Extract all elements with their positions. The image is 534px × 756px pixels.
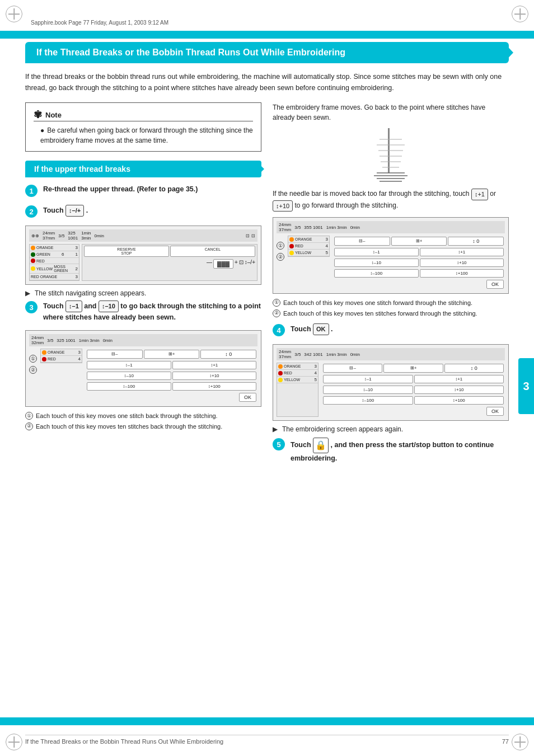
step-2-number: 2	[25, 205, 38, 218]
screen-top-bar-2: 24mm32mm 3/5 325 1001 1min 3min 0min	[29, 334, 257, 346]
circle-2-fwd: ②	[273, 309, 280, 317]
screen-left-panel-3: ORANGE 3 RED 4 YELLOW	[288, 236, 330, 257]
note-text: Be careful when going back or forward th…	[34, 125, 253, 145]
step-4-number: 4	[273, 324, 285, 336]
minus10-btn: ↕–10	[87, 372, 171, 380]
annotation-fwd-1: ① Each touch of this key moves one stitc…	[273, 298, 509, 308]
two-column-layout: ✾ Note Be careful when going back or for…	[25, 102, 509, 472]
screen-btn-grid-3: ⊟– ⊞+ ↕ 0 ↕–1 ↕+1 ↕–10 ↕+10	[333, 236, 505, 290]
plus100-btn: ↕+100	[172, 382, 257, 391]
intro-text: If the thread breaks or the bobbin threa…	[25, 71, 509, 93]
note-label: Note	[45, 111, 62, 119]
minus1-btn: ↕–1	[87, 361, 171, 369]
frame-text: The embroidery frame moves. Go back to t…	[273, 102, 509, 123]
color-swatch-red	[31, 259, 35, 263]
annotation-back-1: ① Each touch of this key moves one stitc…	[25, 411, 261, 421]
minus-10-button: ↕–10	[99, 300, 119, 312]
embroidering-text: The embroidering screen appears again.	[282, 425, 403, 433]
step-4: 4 Touch OK .	[273, 323, 509, 336]
annotation-fwd-2: ② Each touch of this key moves ten stitc…	[273, 309, 509, 318]
ok-btn-2: OK	[239, 393, 256, 402]
ok-button: OK	[313, 323, 329, 335]
color-row-yellow: YELLOW MOSSGREEN 2	[30, 264, 79, 274]
note-icon: ✾	[34, 109, 42, 121]
screen-top-bar-4: 24mm37mm 3/5 342 1001 1min 3min 0min	[277, 348, 505, 360]
color-row-orange: ORANGE 3	[30, 245, 79, 251]
footer-text: If the Thread Breaks or the Bobbin Threa…	[25, 738, 223, 745]
rpm-display: ▓▓▓	[213, 259, 233, 269]
ok-btn-4: OK	[486, 407, 504, 416]
note-divider	[34, 121, 253, 121]
screen-left-panel-2: ORANGE 3 RED 4	[40, 349, 82, 363]
lock-icon: 🔒	[313, 438, 329, 453]
section-title: If the upper thread breaks	[34, 165, 130, 173]
annotation-back-1-text: Each touch of this key moves one stitch …	[36, 411, 218, 421]
step-2-text: Touch ↕–/+ .	[43, 205, 88, 217]
plus1-btn: ↕+1	[172, 361, 257, 369]
corner-tr	[512, 6, 528, 22]
section-header-upper-thread: If the upper thread breaks	[25, 161, 261, 177]
stitch-nav-appears: ▶ The stitch navigating screen appears.	[25, 289, 261, 297]
step-5-number: 5	[273, 438, 285, 450]
footer-page: 77	[502, 738, 509, 745]
minus-plus-button: ↕–/+	[65, 205, 84, 217]
reserve-stop-btn: RESERVESTOP	[84, 246, 169, 257]
screen-mockup-4: 24mm37mm 3/5 342 1001 1min 3min 0min ORA…	[273, 344, 509, 421]
embroidering-screen-text: ▶ The embroidering screen appears again.	[273, 425, 509, 433]
note-header: ✾ Note	[34, 109, 253, 121]
annotation-fwd-1-text: Each touch of this key moves one stitch …	[283, 298, 472, 308]
screen-body-3: ① ② ORANGE 3 RED	[277, 236, 505, 290]
footer: If the Thread Breaks or the Bobbin Threa…	[25, 735, 509, 745]
circle-2-right: ②	[277, 253, 284, 261]
chapter-number: 3	[523, 380, 529, 393]
chapter-tab: 3	[518, 358, 534, 414]
step-5-text: Touch 🔒 , and then press the start/stop …	[291, 438, 509, 464]
main-content: If the Thread Breaks or the Bobbin Threa…	[25, 42, 509, 728]
step-5: 5 Touch 🔒 , and then press the start/sto…	[273, 438, 509, 464]
corner-tl	[6, 6, 22, 22]
screen-mockup-3: 24mm37mm 3/5 355 1001 1min 3min 0min ① ②	[273, 217, 509, 294]
minus-1-button: ↕–1	[65, 300, 82, 312]
screen-left-panel-1: ORANGE 3 GREEN 6 1 RED	[29, 244, 79, 281]
color-swatch-orange	[31, 246, 35, 250]
circle-1-fwd: ①	[273, 299, 280, 307]
file-info: Sapphire.book Page 77 Friday, August 1, …	[31, 20, 168, 26]
needle-illustration	[368, 128, 413, 184]
screen-body-1: ORANGE 3 GREEN 6 1 RED	[29, 244, 257, 281]
plus1-button-right: ↕+1	[471, 189, 488, 200]
plus-btn: ⊞+	[144, 350, 200, 359]
minus-btn: ⊟–	[87, 350, 143, 359]
annotation-back-2: ② Each touch of this key moves ten stitc…	[25, 422, 261, 431]
circle-1-right: ①	[277, 242, 284, 250]
circle-2-annotation: ②	[25, 422, 33, 430]
note-box: ✾ Note Be careful when going back or for…	[25, 102, 261, 152]
annotation-list-fwd: ① Each touch of this key moves one stitc…	[273, 298, 509, 318]
screen-top-bar-3: 24mm37mm 3/5 355 1001 1min 3min 0min	[277, 221, 505, 233]
screen-body-2: ① ② ORANGE 3	[29, 349, 257, 403]
page-title: If the Thread Breaks or the Bobbin Threa…	[36, 48, 498, 58]
annotation-back-2-text: Each touch of this key moves ten stitche…	[36, 422, 222, 431]
plus10-button-right: ↕+10	[273, 200, 293, 212]
arrow-icon: ▶	[25, 289, 30, 297]
annotation-fwd-2-text: Each touch of this key moves ten stitche…	[283, 309, 477, 318]
circle-1-left: ①	[29, 355, 37, 363]
left-column: ✾ Note Be careful when going back or for…	[25, 102, 261, 472]
step-1-number: 1	[25, 185, 38, 197]
step-3-number: 3	[25, 301, 38, 313]
color-row-red: RED	[30, 258, 79, 264]
right-column: The embroidery frame moves. Go back to t…	[273, 102, 509, 472]
screen-mockup-2: 24mm32mm 3/5 325 1001 1min 3min 0min ①	[25, 330, 261, 407]
stitch-nav-text: The stitch navigating screen appears.	[35, 289, 146, 297]
step-3: 3 Touch ↕–1 and ↕–10 to go back through …	[25, 300, 261, 322]
color-swatch-yellow	[31, 266, 35, 271]
screen-top-bar-1: ⊕⊕ 24mm37mm 3/5 3251001 1min3min 0min ⊡ …	[29, 229, 257, 242]
step-1-text: Re-thread the upper thread. (Refer to pa…	[43, 184, 198, 195]
screen-mockup-1: ⊕⊕ 24mm37mm 3/5 3251001 1min3min 0min ⊡ …	[25, 226, 261, 285]
annotation-list-back: ① Each touch of this key moves one stitc…	[25, 411, 261, 431]
step-2: 2 Touch ↕–/+ .	[25, 205, 261, 218]
cancel-btn: CANCEL	[170, 246, 255, 257]
ok-btn-3: OK	[486, 280, 504, 289]
color-row-green: GREEN 6 1	[30, 251, 79, 258]
step-4-text: Touch OK .	[291, 323, 333, 335]
arrow-icon-2: ▶	[273, 425, 278, 433]
